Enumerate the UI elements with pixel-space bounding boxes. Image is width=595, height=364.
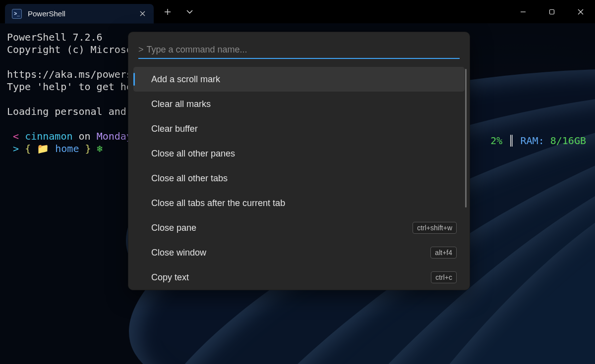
command-item[interactable]: Close panectrl+shift+w <box>133 215 465 240</box>
command-item[interactable]: Add a scroll mark <box>133 67 465 92</box>
command-search-input[interactable] <box>147 45 460 55</box>
command-item[interactable]: Clear all marks <box>133 92 465 116</box>
command-list: Add a scroll markClear all marksClear bu… <box>128 59 470 290</box>
command-item-shortcut: ctrl+shift+w <box>413 222 457 234</box>
chevron-down-icon <box>186 10 193 14</box>
status-line-right: 2% ║ RAM: 8/16GB <box>490 135 586 147</box>
new-tab-button[interactable] <box>158 2 178 22</box>
search-prefix: > <box>138 45 144 55</box>
command-item[interactable]: Close all tabs after the current tab <box>133 191 465 215</box>
svg-rect-0 <box>550 9 554 14</box>
maximize-button[interactable] <box>537 0 566 23</box>
command-item-label: Close window <box>151 248 430 258</box>
command-item[interactable]: Close all other panes <box>133 141 465 166</box>
command-item-label: Add a scroll mark <box>151 74 457 85</box>
command-item-shortcut: alt+f4 <box>430 247 457 259</box>
command-item[interactable]: Copy textctrl+c <box>133 265 465 290</box>
close-icon <box>140 11 145 16</box>
minimize-button[interactable] <box>509 0 537 23</box>
title-bar: >_ PowerShell <box>0 0 595 24</box>
command-item-shortcut: ctrl+c <box>431 271 457 283</box>
command-item-label: Close all other panes <box>151 149 457 159</box>
command-item-label: Clear buffer <box>151 124 457 134</box>
close-icon <box>578 9 584 15</box>
command-palette: > Add a scroll markClear all marksClear … <box>128 32 470 290</box>
minimize-icon <box>520 9 526 15</box>
tab-dropdown-button[interactable] <box>179 2 199 22</box>
plus-icon <box>164 8 171 15</box>
command-item-label: Clear all marks <box>151 99 457 109</box>
command-item-label: Close all tabs after the current tab <box>151 198 457 208</box>
command-item-label: Copy text <box>151 272 431 283</box>
command-item-label: Close all other tabs <box>151 173 457 184</box>
scrollbar-thumb[interactable] <box>465 69 467 208</box>
tab-powershell[interactable]: >_ PowerShell <box>5 4 154 24</box>
command-item[interactable]: Close all other tabs <box>133 166 465 191</box>
powershell-icon: >_ <box>12 9 22 19</box>
scrollbar[interactable] <box>465 69 467 287</box>
maximize-icon <box>549 9 555 15</box>
command-item[interactable]: Close windowalt+f4 <box>133 240 465 265</box>
command-search-box[interactable]: > <box>138 41 460 59</box>
command-item-label: Close pane <box>151 223 413 233</box>
tab-title: PowerShell <box>28 9 138 18</box>
close-tab-button[interactable] <box>138 9 147 18</box>
command-item[interactable]: Clear buffer <box>133 116 465 141</box>
window-buttons <box>509 0 595 23</box>
close-window-button[interactable] <box>566 0 595 23</box>
tab-controls <box>154 0 199 24</box>
